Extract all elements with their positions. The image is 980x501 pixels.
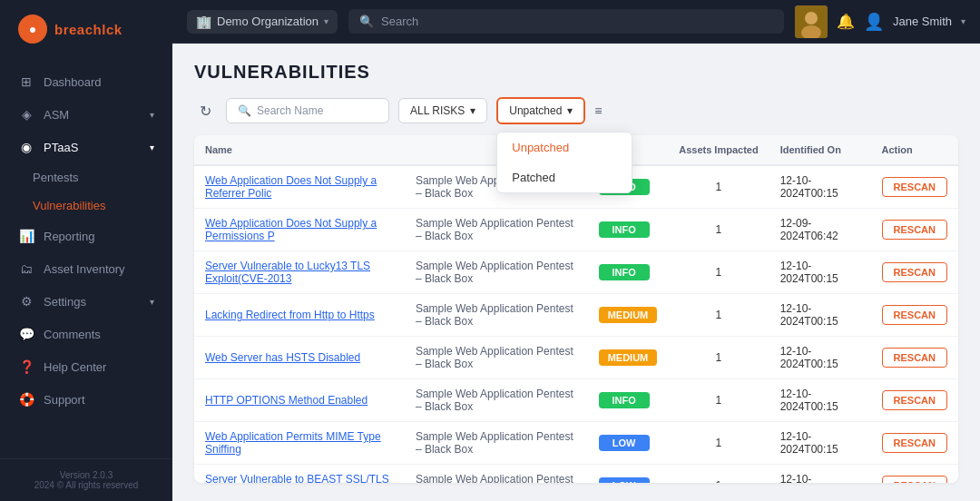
org-name: Demo Organization — [217, 15, 318, 28]
search-name-icon: 🔍 — [238, 104, 251, 117]
cell-assets-5: 1 — [668, 379, 769, 422]
user-chevron-icon[interactable]: ▾ — [961, 16, 965, 26]
search-name-placeholder: Search Name — [257, 104, 323, 117]
risk-badge-3: MEDIUM — [599, 307, 658, 323]
pentest-name-3: Sample Web Application Pentest – Black B… — [416, 302, 573, 328]
cell-assets-4: 1 — [668, 337, 769, 379]
rescan-button-0[interactable]: RESCAN — [882, 177, 947, 197]
rescan-button-2[interactable]: RESCAN — [882, 262, 947, 282]
sidebar: ● breachlck ⊞ Dashboard ◈ ASM ▾ ◉ PTaaS … — [0, 0, 172, 501]
sidebar-item-pentests[interactable]: Pentests — [33, 163, 172, 192]
status-filter-container: Unpatched ▾ Unpatched Patched — [496, 97, 585, 124]
dropdown-item-patched[interactable]: Patched — [497, 162, 632, 192]
org-selector[interactable]: 🏢 Demo Organization ▾ — [187, 10, 338, 34]
cell-identified-0: 12-10-2024T00:15 — [769, 165, 871, 209]
cell-assets-0: 1 — [668, 165, 769, 209]
settings-chevron-icon: ▾ — [150, 297, 154, 307]
sidebar-label-asm: ASM — [44, 108, 69, 122]
cell-risk-6: LOW — [588, 422, 669, 465]
sidebar-item-asset-inventory[interactable]: 🗂 Asset Inventory — [0, 252, 172, 285]
table-row: HTTP OPTIONS Method Enabled Sample Web A… — [194, 379, 958, 422]
risk-badge-2: INFO — [599, 264, 650, 280]
dashboard-icon: ⊞ — [18, 74, 34, 89]
sidebar-item-vulnerabilities[interactable]: Vulnerabilities — [33, 192, 172, 220]
cell-name-3: Lacking Redirect from Http to Https — [194, 294, 405, 337]
col-action: Action — [871, 135, 958, 165]
vulnerability-name-4[interactable]: Web Server has HSTS Disabled — [205, 351, 360, 364]
risk-filter[interactable]: ALL RISKS ▾ — [398, 98, 487, 123]
sidebar-footer: Version 2.0.3 2024 © All rights reserved — [0, 458, 172, 501]
cell-risk-2: INFO — [588, 251, 669, 294]
cell-assets-1: 1 — [668, 209, 769, 251]
avatar-image — [795, 5, 828, 38]
cell-name-7: Server Vulnerable to BEAST SSL/TLS Explo… — [194, 465, 405, 484]
rescan-button-1[interactable]: RESCAN — [882, 220, 947, 240]
toolbar: ↻ 🔍 Search Name ALL RISKS ▾ Unpatched ▾ … — [194, 97, 958, 124]
table-row: Web Server has HSTS Disabled Sample Web … — [194, 337, 958, 379]
cell-risk-5: INFO — [588, 379, 669, 422]
cell-identified-1: 12-09-2024T06:42 — [769, 209, 871, 251]
pentest-name-5: Sample Web Application Pentest – Black B… — [416, 388, 573, 413]
sidebar-item-settings[interactable]: ⚙ Settings ▾ — [0, 285, 172, 318]
org-icon: 🏢 — [196, 15, 211, 29]
risk-badge-5: INFO — [599, 392, 650, 408]
risk-badge-6: LOW — [599, 435, 650, 451]
cell-action-4: RESCAN — [871, 337, 958, 379]
refresh-button[interactable]: ↻ — [194, 99, 217, 123]
sidebar-item-asm[interactable]: ◈ ASM ▾ — [0, 98, 172, 131]
sidebar-item-support[interactable]: 🛟 Support — [0, 383, 172, 416]
content-area: VULNERABILITIES ↻ 🔍 Search Name ALL RISK… — [172, 44, 980, 501]
logo: ● breachlck — [0, 0, 172, 58]
cell-name-4: Web Server has HSTS Disabled — [194, 337, 405, 379]
rescan-button-3[interactable]: RESCAN — [882, 305, 947, 325]
filter-icon[interactable]: ≡ — [594, 103, 602, 118]
rescan-button-7[interactable]: RESCAN — [882, 476, 947, 483]
cell-name-6: Web Application Permits MIME Type Sniffi… — [194, 422, 405, 465]
sidebar-label-help: Help Center — [44, 360, 106, 374]
logo-text-end: ck — [106, 22, 122, 37]
logo-icon: ● — [18, 15, 47, 44]
global-search[interactable]: 🔍 Search — [348, 9, 784, 34]
rescan-button-6[interactable]: RESCAN — [882, 433, 947, 453]
cell-name-0: Web Application Does Not Supply a Referr… — [194, 165, 405, 209]
sidebar-item-comments[interactable]: 💬 Comments — [0, 318, 172, 350]
cell-assets-6: 1 — [668, 422, 769, 465]
sidebar-item-ptaas[interactable]: ◉ PTaaS ▾ — [0, 131, 172, 163]
asset-inventory-icon: 🗂 — [18, 261, 34, 276]
vulnerability-name-2[interactable]: Server Vulnerable to Lucky13 TLS Exploit… — [205, 260, 370, 285]
sidebar-item-reporting[interactable]: 📊 Reporting — [0, 220, 172, 252]
user-icon[interactable]: 👤 — [864, 12, 884, 32]
vulnerability-name-3[interactable]: Lacking Redirect from Http to Https — [205, 309, 375, 321]
sidebar-item-help-center[interactable]: ❓ Help Center — [0, 350, 172, 383]
cell-risk-1: INFO — [588, 209, 669, 251]
rescan-button-4[interactable]: RESCAN — [882, 348, 947, 368]
table-body: Web Application Does Not Supply a Referr… — [194, 165, 958, 483]
cell-pentest-1: Sample Web Application Pentest – Black B… — [405, 209, 588, 251]
settings-icon: ⚙ — [18, 294, 34, 309]
vulnerability-name-5[interactable]: HTTP OPTIONS Method Enabled — [205, 394, 368, 407]
status-filter[interactable]: Unpatched ▾ — [496, 97, 585, 124]
cell-pentest-4: Sample Web Application Pentest – Black B… — [405, 337, 588, 379]
rescan-button-5[interactable]: RESCAN — [882, 390, 947, 410]
bell-icon[interactable]: 🔔 — [837, 13, 855, 30]
dropdown-item-unpatched[interactable]: Unpatched — [497, 133, 632, 162]
vulnerability-name-0[interactable]: Web Application Does Not Supply a Referr… — [205, 174, 377, 200]
vulnerability-name-7[interactable]: Server Vulnerable to BEAST SSL/TLS Explo… — [205, 473, 389, 483]
copyright-text: 2024 © All rights reserved — [18, 480, 154, 490]
cell-identified-2: 12-10-2024T00:15 — [769, 251, 871, 294]
cell-risk-3: MEDIUM — [588, 294, 669, 337]
sidebar-label-ptaas: PTaaS — [44, 141, 78, 154]
cell-identified-4: 12-10-2024T00:15 — [769, 337, 871, 379]
risk-badge-7: LOW — [599, 477, 650, 483]
table-row: Web Application Does Not Supply a Permis… — [194, 209, 958, 251]
risk-badge-1: INFO — [599, 221, 650, 238]
cell-identified-3: 12-10-2024T00:15 — [769, 294, 871, 337]
support-icon: 🛟 — [18, 392, 34, 407]
cell-assets-2: 1 — [668, 251, 769, 294]
ptaas-submenu: Pentests Vulnerabilities — [0, 163, 172, 220]
org-chevron-icon: ▾ — [324, 16, 328, 26]
search-name-input[interactable]: 🔍 Search Name — [226, 98, 389, 123]
vulnerability-name-6[interactable]: Web Application Permits MIME Type Sniffi… — [205, 430, 381, 456]
sidebar-item-dashboard[interactable]: ⊞ Dashboard — [0, 65, 172, 98]
vulnerability-name-1[interactable]: Web Application Does Not Supply a Permis… — [205, 217, 377, 242]
